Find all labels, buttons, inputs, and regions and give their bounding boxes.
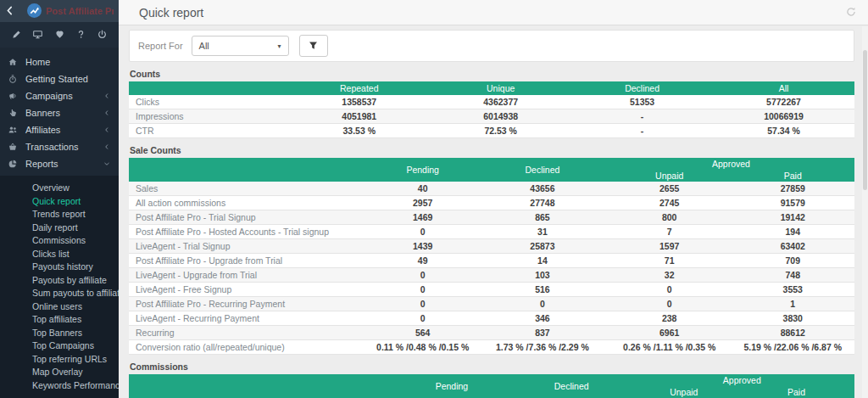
- header-cell-declined: Declined: [514, 374, 630, 398]
- collapse-sidebar-button[interactable]: [5, 3, 22, 19]
- caret-down-icon: ▾: [278, 42, 281, 50]
- header-cell-repeated: Repeated: [288, 81, 430, 95]
- row-value: 10066919: [713, 109, 854, 124]
- header-cell-unique: Unique: [430, 81, 571, 95]
- submenu-item-online-users[interactable]: Online users: [0, 300, 119, 314]
- quickbar-power-button[interactable]: [97, 27, 107, 42]
- row-value: 2745: [608, 196, 732, 210]
- chevron-collapsed-icon: [103, 92, 110, 99]
- row-value: 7: [608, 225, 732, 239]
- row-value: 0: [368, 283, 476, 297]
- submenu-item-overview[interactable]: Overview: [0, 182, 119, 195]
- row-value: 6961: [608, 326, 732, 340]
- row-value: 837: [477, 326, 608, 340]
- row-value: 1597: [608, 239, 732, 254]
- stopwatch-icon: [8, 75, 25, 83]
- row-label: All action commissions: [129, 196, 368, 210]
- pie-chart-icon: [8, 160, 25, 168]
- row-label: Recurring: [129, 326, 368, 340]
- quickbar-help-button[interactable]: [76, 27, 86, 42]
- submenu-item-quick-report[interactable]: Quick report: [0, 195, 119, 209]
- sidebar-item-home[interactable]: Home: [0, 53, 119, 70]
- table-row-sales: Sales4043656265527859: [129, 182, 854, 196]
- page-title: Quick report: [139, 6, 203, 20]
- vertical-scrollbar[interactable]: [862, 26, 868, 398]
- sidebar-item-reports[interactable]: Reports: [0, 155, 119, 172]
- sidebar-item-affiliates[interactable]: Affiliates: [0, 121, 119, 138]
- row-value: 25873: [477, 239, 608, 254]
- quickbar-pencil-button[interactable]: [12, 27, 21, 42]
- sidebar-item-label: Getting Started: [25, 74, 88, 84]
- filter-panel: Report For All ▾: [129, 30, 854, 62]
- submenu-item-trends-report[interactable]: Trends report: [0, 208, 119, 221]
- row-value: 2957: [368, 196, 476, 210]
- row-value: 27748: [477, 196, 608, 210]
- table-header: RepeatedUniqueDeclinedAll: [129, 81, 854, 95]
- quickbar-monitor-button[interactable]: [33, 27, 42, 42]
- table-row-liveagent-free-signup: LiveAgent - Free Signup051603553: [129, 283, 854, 297]
- scrollbar-thumb[interactable]: [863, 50, 867, 190]
- sidebar-quickbar: [0, 22, 119, 48]
- sidebar-item-label: Transactions: [25, 142, 79, 152]
- heart-icon: [55, 27, 64, 42]
- sidebar-item-campaigns[interactable]: Campaigns: [0, 87, 119, 104]
- help-icon: [76, 27, 86, 42]
- row-label: LiveAgent - Free Signup: [129, 283, 368, 297]
- table-row-liveagent-recurring-payment: LiveAgent - Recurring Payment03462383830: [129, 311, 854, 326]
- filter-button[interactable]: [299, 35, 328, 57]
- table-row-post-affiliate-pro-trial-signup: Post Affiliate Pro - Trial Signup1469865…: [129, 210, 854, 225]
- sidebar-item-getting-started[interactable]: Getting Started: [0, 70, 119, 87]
- chevron-collapsed-icon: [103, 126, 110, 133]
- submenu-item-payouts-history[interactable]: Payouts history: [0, 261, 119, 274]
- report-for-select[interactable]: All ▾: [192, 36, 289, 56]
- row-label: Post Affiliate Pro - Recurring Payment: [129, 297, 368, 311]
- sidebar-item-label: Reports: [25, 159, 58, 169]
- submenu-item-payouts-by-affiliate[interactable]: Payouts by affiliate: [0, 274, 119, 288]
- sidebar-item-banners[interactable]: Banners: [0, 104, 119, 121]
- sidebar-item-label: Campaigns: [25, 91, 73, 101]
- sidebar-menu: HomeGetting StartedCampaignsBannersAffil…: [0, 48, 119, 176]
- header-cell-unpaid: Unpaid: [608, 170, 732, 182]
- submenu-item-sum-payouts-to-affiliates[interactable]: Sum payouts to affiliates: [0, 287, 119, 300]
- submenu-item-daily-report[interactable]: Daily report: [0, 221, 119, 235]
- row-value: 3553: [731, 283, 854, 297]
- home-icon: [8, 58, 25, 66]
- refresh-button[interactable]: [846, 5, 856, 20]
- header-group-approved: Approved: [608, 158, 854, 170]
- submenu-item-map-overlay[interactable]: Map Overlay: [0, 366, 119, 379]
- power-icon: [97, 27, 107, 42]
- row-label: Impressions: [129, 109, 288, 124]
- megaphone-icon: [8, 92, 25, 100]
- sidebar-item-label: Affiliates: [25, 125, 60, 135]
- row-value: 31: [477, 225, 608, 239]
- row-label: Post Affiliate Pro - Upgrade from Trial: [129, 254, 368, 268]
- quickbar-heart-button[interactable]: [55, 27, 64, 42]
- header-cell-paid: Paid: [731, 170, 854, 182]
- section-counts: CountsRepeatedUniqueDeclinedAllClicks135…: [129, 69, 854, 138]
- row-value: 43656: [477, 182, 608, 196]
- submenu-item-top-referring-urls[interactable]: Top referring URLs: [0, 353, 119, 367]
- row-value: 0: [368, 311, 476, 326]
- table-row-clicks: Clicks13585374362377513535772267: [129, 95, 854, 109]
- chevron-down-icon: [103, 160, 110, 167]
- row-value: 709: [731, 254, 854, 268]
- submenu-item-top-affiliates[interactable]: Top affiliates: [0, 313, 119, 327]
- submenu-item-top-banners[interactable]: Top Banners: [0, 327, 119, 340]
- submenu-item-clicks-list[interactable]: Clicks list: [0, 248, 119, 261]
- report-for-label: Report For: [138, 41, 183, 51]
- header-cell-all: All: [713, 81, 854, 95]
- submenu-item-keywords-performance[interactable]: Keywords Performance: [0, 379, 119, 393]
- sidebar-item-label: Banners: [25, 108, 60, 118]
- header-cell-declined: Declined: [571, 81, 713, 95]
- submenu-item-commissions[interactable]: Commissions: [0, 234, 119, 248]
- submenu-item-top-campaigns[interactable]: Top Campaigns: [0, 339, 119, 353]
- row-label: Post Affiliate Pro - Trial Signup: [129, 210, 368, 225]
- row-value: 0.11 % /0.48 % /0.15 %: [368, 340, 476, 355]
- row-value: 1: [731, 297, 854, 311]
- sidebar-item-transactions[interactable]: Transactions: [0, 138, 119, 155]
- row-value: 0: [608, 297, 732, 311]
- row-label: LiveAgent - Trial Signup: [129, 239, 368, 254]
- row-value: 6014938: [430, 109, 571, 124]
- row-value: 57.34 %: [713, 124, 854, 138]
- row-value: 5772267: [713, 95, 854, 109]
